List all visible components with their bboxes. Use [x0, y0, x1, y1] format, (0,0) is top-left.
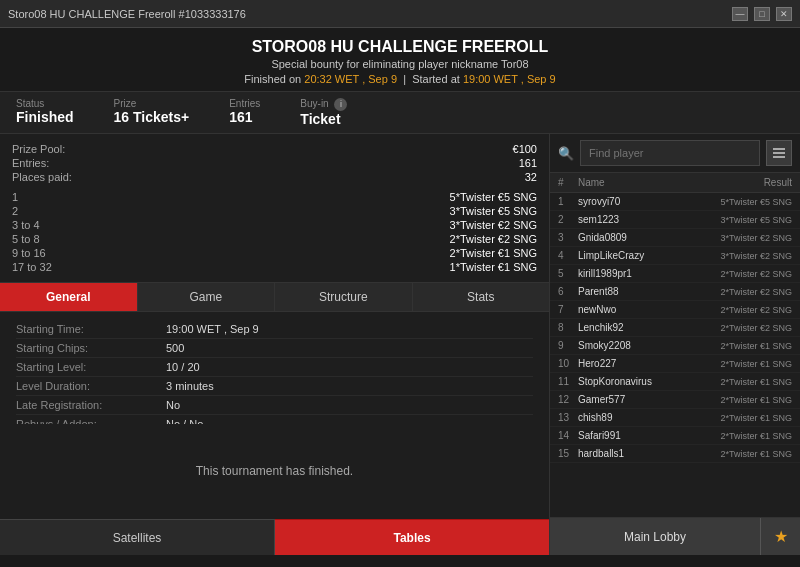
entries-info: Entries 161: [229, 98, 260, 127]
title-bar: Storo08 HU CHALLENGE Freeroll #103333317…: [0, 0, 800, 28]
svg-rect-1: [773, 152, 785, 154]
prize-amount: 2*Twister €1 SNG: [450, 247, 537, 259]
player-name: newNwo: [578, 304, 692, 315]
prize-pool-row: Prize Pool: €100: [12, 142, 537, 156]
player-name: syrovyi70: [578, 196, 692, 207]
player-result: 2*Twister €2 SNG: [692, 305, 792, 315]
prize-amount: 3*Twister €5 SNG: [450, 205, 537, 217]
player-row[interactable]: 3 Gnida0809 3*Twister €2 SNG: [550, 229, 800, 247]
tournament-title: STORO08 HU CHALLENGE FREEROLL: [0, 38, 800, 56]
player-row[interactable]: 14 Safari991 2*Twister €1 SNG: [550, 427, 800, 445]
places-paid-row: Places paid: 32: [12, 170, 537, 184]
player-result: 5*Twister €5 SNG: [692, 197, 792, 207]
player-row[interactable]: 4 LimpLikeCrazy 3*Twister €2 SNG: [550, 247, 800, 265]
player-rank: 10: [558, 358, 578, 369]
prize-amount: 3*Twister €2 SNG: [450, 219, 537, 231]
player-row[interactable]: 13 chish89 2*Twister €1 SNG: [550, 409, 800, 427]
finished-message: This tournament has finished.: [0, 434, 549, 508]
player-list[interactable]: 1 syrovyi70 5*Twister €5 SNG 2 sem1223 3…: [550, 193, 800, 517]
prize-place-row: 15*Twister €5 SNG: [12, 190, 537, 204]
tournament-header: STORO08 HU CHALLENGE FREEROLL Special bo…: [0, 28, 800, 91]
prize-pool-label: Prize Pool:: [12, 143, 65, 155]
window-controls: — □ ✕: [732, 7, 792, 21]
player-result: 2*Twister €1 SNG: [692, 341, 792, 351]
entries-value2: 161: [519, 157, 537, 169]
player-row[interactable]: 8 Lenchik92 2*Twister €2 SNG: [550, 319, 800, 337]
places-paid-label: Places paid:: [12, 171, 72, 183]
player-row[interactable]: 1 syrovyi70 5*Twister €5 SNG: [550, 193, 800, 211]
player-row[interactable]: 11 StopKoronavirus 2*Twister €1 SNG: [550, 373, 800, 391]
tab-general[interactable]: General: [0, 283, 138, 311]
prize-amount: 5*Twister €5 SNG: [450, 191, 537, 203]
player-result: 3*Twister €5 SNG: [692, 215, 792, 225]
player-row[interactable]: 5 kirill1989pr1 2*Twister €2 SNG: [550, 265, 800, 283]
player-list-icon-button[interactable]: [766, 140, 792, 166]
started-label: Started at: [412, 73, 460, 85]
player-row[interactable]: 12 Gamer577 2*Twister €1 SNG: [550, 391, 800, 409]
prize-pool-value: €100: [513, 143, 537, 155]
prize-place-row: 23*Twister €5 SNG: [12, 204, 537, 218]
col-header-name: Name: [578, 177, 692, 188]
svg-rect-2: [773, 156, 785, 158]
player-row[interactable]: 15 hardballs1 2*Twister €1 SNG: [550, 445, 800, 463]
close-button[interactable]: ✕: [776, 7, 792, 21]
minimize-button[interactable]: —: [732, 7, 748, 21]
info-icon[interactable]: i: [334, 98, 347, 111]
status-info: Status Finished: [16, 98, 74, 127]
general-info-row: Rebuys / Addon:No / No: [16, 415, 533, 424]
prize-table: Prize Pool: €100 Entries: 161 Places pai…: [0, 134, 549, 283]
player-name: Lenchik92: [578, 322, 692, 333]
player-result: 2*Twister €2 SNG: [692, 287, 792, 297]
entries-label: Entries: [229, 98, 260, 109]
info-value: 19:00 WET , Sep 9: [166, 323, 259, 335]
svg-rect-0: [773, 148, 785, 150]
player-row[interactable]: 2 sem1223 3*Twister €5 SNG: [550, 211, 800, 229]
player-name: Smoky2208: [578, 340, 692, 351]
player-row[interactable]: 6 Parent88 2*Twister €2 SNG: [550, 283, 800, 301]
bottom-buttons: Satellites Tables: [0, 519, 549, 555]
player-result: 3*Twister €2 SNG: [692, 251, 792, 261]
player-row[interactable]: 7 newNwo 2*Twister €2 SNG: [550, 301, 800, 319]
prize-place-row: 5 to 82*Twister €2 SNG: [12, 232, 537, 246]
general-info-row: Starting Time:19:00 WET , Sep 9: [16, 320, 533, 339]
main-lobby-button[interactable]: Main Lobby: [550, 518, 760, 555]
maximize-button[interactable]: □: [754, 7, 770, 21]
player-list-header: # Name Result: [550, 173, 800, 193]
info-strip: Status Finished Prize 16 Tickets+ Entrie…: [0, 91, 800, 134]
player-row[interactable]: 10 Hero227 2*Twister €1 SNG: [550, 355, 800, 373]
player-name: kirill1989pr1: [578, 268, 692, 279]
prize-place: 3 to 4: [12, 219, 40, 231]
tabs-row: General Game Structure Stats: [0, 283, 549, 312]
player-rank: 3: [558, 232, 578, 243]
player-name: Hero227: [578, 358, 692, 369]
player-name: LimpLikeCrazy: [578, 250, 692, 261]
player-rank: 14: [558, 430, 578, 441]
finished-area: This tournament has finished.: [0, 424, 549, 520]
prize-amount: 2*Twister €2 SNG: [450, 233, 537, 245]
player-name: StopKoronavirus: [578, 376, 692, 387]
tab-game[interactable]: Game: [138, 283, 276, 311]
general-info: Starting Time:19:00 WET , Sep 9Starting …: [0, 312, 549, 424]
find-player-input[interactable]: [580, 140, 760, 166]
info-key: Starting Chips:: [16, 342, 166, 354]
prize-place-row: 3 to 43*Twister €2 SNG: [12, 218, 537, 232]
tournament-times: Finished on 20:32 WET , Sep 9 | Started …: [0, 73, 800, 85]
tab-stats[interactable]: Stats: [413, 283, 550, 311]
right-panel: 🔍 # Name Result 1 syrovyi70 5*Twister €5…: [550, 134, 800, 555]
tab-structure[interactable]: Structure: [275, 283, 413, 311]
left-panel: Prize Pool: €100 Entries: 161 Places pai…: [0, 134, 550, 555]
search-magnifier-icon: 🔍: [558, 146, 574, 161]
player-row[interactable]: 9 Smoky2208 2*Twister €1 SNG: [550, 337, 800, 355]
prize-value: 16 Tickets+: [114, 109, 190, 125]
player-result: 2*Twister €1 SNG: [692, 359, 792, 369]
info-value: 10 / 20: [166, 361, 200, 373]
prize-place-row: 17 to 321*Twister €1 SNG: [12, 260, 537, 274]
satellites-button[interactable]: Satellites: [0, 519, 275, 555]
status-label: Status: [16, 98, 74, 109]
player-result: 2*Twister €2 SNG: [692, 269, 792, 279]
favorite-button[interactable]: ★: [760, 518, 800, 555]
general-info-row: Starting Level:10 / 20: [16, 358, 533, 377]
tables-button[interactable]: Tables: [275, 519, 549, 555]
info-key: Level Duration:: [16, 380, 166, 392]
buyin-value: Ticket: [300, 111, 340, 127]
